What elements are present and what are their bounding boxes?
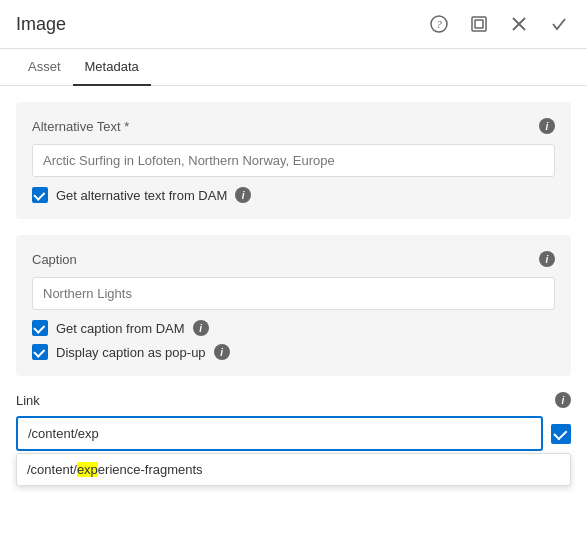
caption-header: Caption i [32, 251, 555, 267]
suggestion-highlight: exp [77, 462, 98, 477]
link-input[interactable] [16, 416, 543, 451]
caption-section: Caption i Get caption from DAM i Display… [16, 235, 571, 376]
link-checkbox-blue[interactable] [551, 424, 571, 444]
alt-text-input[interactable] [32, 144, 555, 177]
dialog-title: Image [16, 14, 427, 35]
caption-checkbox-row-2: Display caption as pop-up i [32, 344, 555, 360]
link-input-row [16, 416, 571, 451]
caption-checkbox-label-2: Display caption as pop-up [56, 345, 206, 360]
caption-info-icon[interactable]: i [539, 251, 555, 267]
link-info-icon[interactable]: i [555, 392, 571, 408]
caption-label: Caption [32, 252, 77, 267]
alt-text-section: Alternative Text * i Get alternative tex… [16, 102, 571, 219]
expand-icon[interactable] [467, 12, 491, 36]
close-icon[interactable] [507, 12, 531, 36]
svg-rect-2 [472, 17, 486, 31]
suggestion-text-rest: erience-fragments [98, 462, 203, 477]
tab-bar: Asset Metadata [0, 49, 587, 86]
caption-checkbox-info-icon-2[interactable]: i [214, 344, 230, 360]
tab-metadata[interactable]: Metadata [73, 49, 151, 86]
link-suggestion-item[interactable]: /content/experience-fragments [17, 454, 570, 485]
link-dropdown: /content/experience-fragments [16, 453, 571, 486]
alt-text-checkbox-info-icon[interactable]: i [235, 187, 251, 203]
link-header: Link i [16, 392, 571, 408]
alt-text-header: Alternative Text * i [32, 118, 555, 134]
link-label: Link [16, 393, 40, 408]
tab-asset[interactable]: Asset [16, 49, 73, 86]
help-icon[interactable]: ? [427, 12, 451, 36]
alt-text-checkbox-label: Get alternative text from DAM [56, 188, 227, 203]
alt-text-info-icon[interactable]: i [539, 118, 555, 134]
svg-text:?: ? [436, 18, 442, 30]
caption-checkbox-label-1: Get caption from DAM [56, 321, 185, 336]
alt-text-checkbox-row: Get alternative text from DAM i [32, 187, 555, 203]
caption-checkbox-wrapper-2[interactable] [32, 344, 48, 360]
content-area: Alternative Text * i Get alternative tex… [0, 86, 587, 502]
suggestion-text-plain: /content/ [27, 462, 77, 477]
confirm-icon[interactable] [547, 12, 571, 36]
caption-input[interactable] [32, 277, 555, 310]
header-actions: ? [427, 12, 571, 36]
dialog-header: Image ? [0, 0, 587, 49]
svg-rect-3 [475, 20, 483, 28]
alt-text-label: Alternative Text * [32, 119, 129, 134]
caption-checkbox-wrapper-1[interactable] [32, 320, 48, 336]
caption-checkbox-info-icon-1[interactable]: i [193, 320, 209, 336]
link-section: Link i /content/experience-fragments [16, 392, 571, 486]
alt-text-checkbox-wrapper[interactable] [32, 187, 48, 203]
caption-checkbox-row-1: Get caption from DAM i [32, 320, 555, 336]
